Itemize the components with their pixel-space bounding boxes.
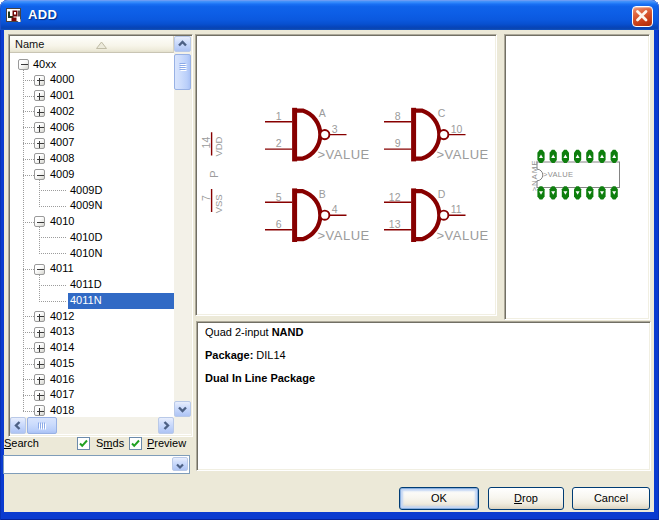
svg-text:4: 4 [332,203,338,215]
svg-text:VSS: VSS [213,194,224,213]
svg-text:D: D [438,188,446,200]
svg-text:>VALUE: >VALUE [437,228,489,243]
svg-text:5: 5 [276,191,282,203]
svg-text:7: 7 [200,195,212,201]
svg-text:P: P [208,170,220,178]
svg-text:13: 13 [389,218,401,230]
svg-text:2: 2 [276,137,282,149]
svg-text:>VALUE: >VALUE [543,170,573,179]
svg-text:1: 1 [276,110,282,122]
svg-text:8: 8 [395,110,401,122]
svg-text:>NAME: >NAME [530,160,539,192]
svg-text:9: 9 [395,137,401,149]
svg-text:11: 11 [451,203,462,215]
svg-text:14: 14 [200,137,212,149]
svg-text:6: 6 [276,218,282,230]
svg-text:C: C [438,107,446,119]
svg-text:3: 3 [332,123,338,135]
svg-text:>VALUE: >VALUE [437,147,489,162]
svg-text:VDD: VDD [213,136,224,156]
svg-text:A: A [319,107,326,119]
svg-text:12: 12 [389,191,401,203]
svg-text:10: 10 [451,123,463,135]
svg-text:>VALUE: >VALUE [318,228,370,243]
svg-text:B: B [319,188,326,200]
svg-text:>VALUE: >VALUE [318,147,370,162]
